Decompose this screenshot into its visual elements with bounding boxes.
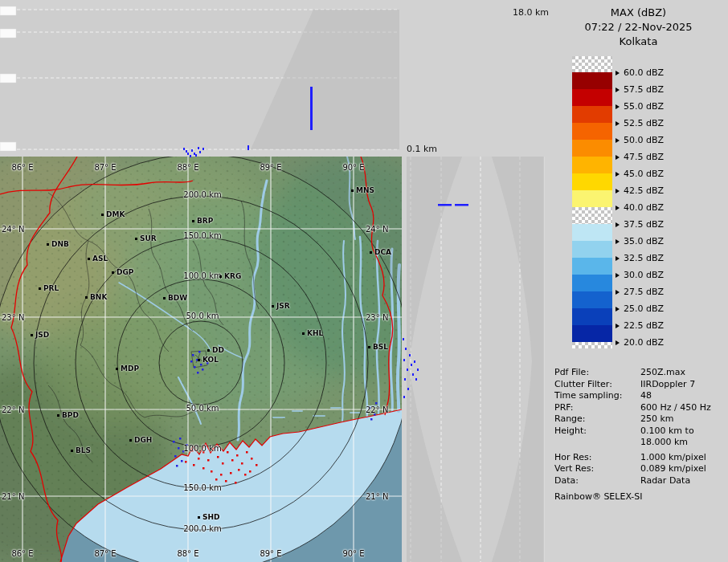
legend-tick-arrow-icon bbox=[616, 222, 620, 227]
radar-display-window: 86° E86° E87° E87° E88° E88° E89° E89° E… bbox=[0, 0, 728, 562]
legend-tick-label: 25.0 dBZ bbox=[624, 303, 664, 314]
info-row-value: 48 bbox=[640, 390, 652, 402]
legend-tick: 45.0 dBZ bbox=[616, 169, 664, 179]
legend-tick-arrow-icon bbox=[616, 172, 620, 177]
info-row-label: Range: bbox=[554, 413, 640, 426]
legend-tick-label: 27.5 dBZ bbox=[624, 287, 664, 297]
legend-tick-label: 45.0 dBZ bbox=[624, 169, 664, 179]
legend-tick: 47.5 dBZ bbox=[616, 152, 664, 162]
info-row-label: Clutter Filter: bbox=[554, 379, 640, 391]
legend-tick-arrow-icon bbox=[616, 88, 620, 92]
info-row-label: Vert Res: bbox=[554, 463, 640, 475]
info-row-value: 1.000 km/pixel bbox=[640, 452, 706, 464]
legend-tick: 52.5 dBZ bbox=[616, 118, 664, 128]
map-view[interactable] bbox=[0, 157, 402, 562]
legend-tick: 42.5 dBZ bbox=[616, 185, 664, 196]
legend-tick-arrow-icon bbox=[616, 206, 620, 210]
legend-tick: 37.5 dBZ bbox=[616, 219, 664, 230]
legend-tick: 50.0 dBZ bbox=[616, 135, 664, 145]
legend-tick: 40.0 dBZ bbox=[616, 202, 664, 213]
legend-tick-label: 32.5 dBZ bbox=[624, 253, 664, 263]
legend-tick-label: 30.0 dBZ bbox=[624, 270, 664, 280]
legend-tick-label: 35.0 dBZ bbox=[624, 236, 664, 246]
legend-tick-label: 37.5 dBZ bbox=[624, 219, 664, 230]
info-row: Hor Res:1.000 km/pixel bbox=[554, 452, 726, 464]
legend-tick-label: 20.0 dBZ bbox=[624, 337, 664, 348]
legend-tick-arrow-icon bbox=[616, 307, 620, 312]
right-cross-section-panel[interactable] bbox=[407, 157, 544, 562]
info-row-label: Data: bbox=[554, 475, 640, 487]
legend-tick-label: 42.5 dBZ bbox=[624, 185, 664, 196]
software-brand: Rainbow® SELEX-SI bbox=[554, 491, 643, 502]
legend-tick-arrow-icon bbox=[616, 239, 620, 244]
legend-tick: 55.0 dBZ bbox=[616, 101, 664, 112]
legend-tick-arrow-icon bbox=[616, 104, 620, 109]
info-row: Clutter Filter:IIRDoppler 7 bbox=[554, 379, 726, 391]
height-axis-min-label: 0.1 km bbox=[407, 144, 437, 154]
legend-tick-label: 22.5 dBZ bbox=[624, 320, 664, 331]
legend-tick: 32.5 dBZ bbox=[616, 253, 664, 263]
legend-tick-label: 57.5 dBZ bbox=[624, 84, 664, 95]
legend-tick-label: 50.0 dBZ bbox=[624, 135, 664, 145]
legend-tick-arrow-icon bbox=[616, 324, 620, 328]
info-row-value: Radar Data bbox=[640, 475, 690, 487]
legend-tick-label: 52.5 dBZ bbox=[624, 118, 664, 128]
info-row-value: 600 Hz / 450 Hz bbox=[640, 402, 711, 414]
info-row: Height:0.100 km to 18.000 km bbox=[554, 426, 726, 449]
legend-tick-arrow-icon bbox=[616, 273, 620, 278]
legend-tick-arrow-icon bbox=[616, 138, 620, 143]
legend-tick-label: 55.0 dBZ bbox=[624, 101, 664, 112]
info-row-value: 250 km bbox=[640, 413, 674, 426]
product-info-table: Pdf File:250Z.maxClutter Filter:IIRDoppl… bbox=[554, 367, 726, 487]
legend-tick: 27.5 dBZ bbox=[616, 287, 664, 297]
info-panel: MAX (dBZ) 07:22 / 22-Nov-2025 Kolkata 60… bbox=[549, 0, 728, 562]
info-row-label: Pdf File: bbox=[554, 367, 640, 379]
legend-tick-arrow-icon bbox=[616, 256, 620, 261]
legend-tick: 30.0 dBZ bbox=[616, 270, 664, 280]
info-row-value: 0.089 km/pixel bbox=[640, 463, 706, 475]
info-row-label: Time sampling: bbox=[554, 390, 640, 402]
info-row-value: 250Z.max bbox=[640, 367, 685, 379]
legend-tick: 57.5 dBZ bbox=[616, 84, 664, 95]
legend-tick-arrow-icon bbox=[616, 290, 620, 295]
info-row: Range:250 km bbox=[554, 413, 726, 426]
legend-tick-arrow-icon bbox=[616, 189, 620, 193]
legend-tick-arrow-icon bbox=[616, 121, 620, 126]
legend-tick-label: 60.0 dBZ bbox=[624, 67, 664, 78]
legend-tick: 20.0 dBZ bbox=[616, 337, 664, 348]
info-row: Data:Radar Data bbox=[554, 475, 726, 487]
info-row-value: IIRDoppler 7 bbox=[640, 379, 695, 391]
legend-tick: 60.0 dBZ bbox=[616, 67, 664, 78]
info-row-label: Height: bbox=[554, 426, 640, 449]
legend-tick-arrow-icon bbox=[616, 340, 620, 345]
info-row: Vert Res:0.089 km/pixel bbox=[554, 463, 726, 475]
info-row-label: Hor Res: bbox=[554, 452, 640, 464]
legend-tick-label: 40.0 dBZ bbox=[624, 202, 664, 213]
info-row: PRF:600 Hz / 450 Hz bbox=[554, 402, 726, 414]
info-row: Pdf File:250Z.max bbox=[554, 367, 726, 379]
legend-tick-label: 47.5 dBZ bbox=[624, 152, 664, 162]
height-axis-max-label: 18.0 km bbox=[513, 7, 549, 18]
legend-tick-arrow-icon bbox=[616, 155, 620, 160]
legend-tick: 35.0 dBZ bbox=[616, 236, 664, 246]
legend-tick: 25.0 dBZ bbox=[616, 303, 664, 314]
info-row: Time sampling:48 bbox=[554, 390, 726, 402]
legend-tick-arrow-icon bbox=[616, 71, 620, 75]
legend-tick: 22.5 dBZ bbox=[616, 320, 664, 331]
info-row-label: PRF: bbox=[554, 402, 640, 414]
info-row-value: 0.100 km to 18.000 km bbox=[640, 426, 694, 449]
top-cross-section-panel[interactable] bbox=[0, 10, 399, 149]
